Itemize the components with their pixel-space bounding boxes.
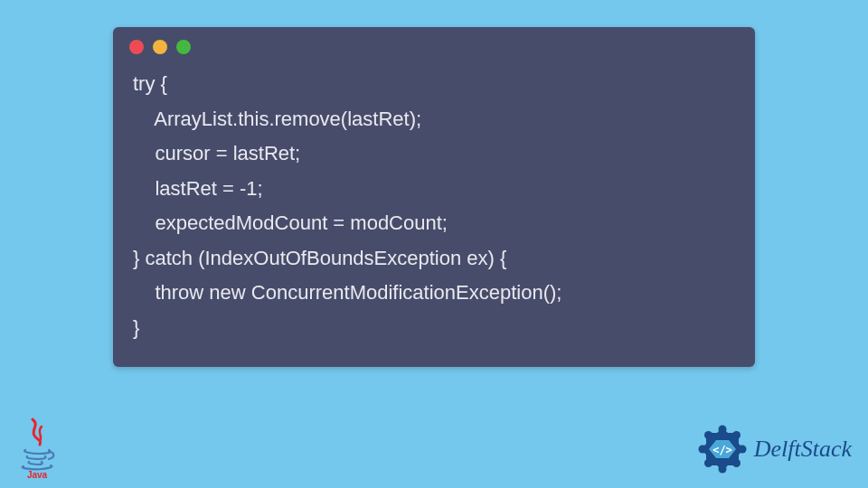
- code-line: expectedModCount = modCount;: [133, 211, 448, 234]
- delftstack-label: DelftStack: [754, 436, 852, 463]
- traffic-light-minimize-icon: [153, 40, 167, 54]
- code-line: cursor = lastRet;: [133, 142, 300, 164]
- delftstack-emblem-icon: </>: [696, 423, 749, 475]
- traffic-light-close-icon: [129, 40, 144, 54]
- code-line: } catch (IndexOutOfBoundsException ex) {: [133, 247, 506, 269]
- java-logo-icon: Java: [14, 416, 60, 479]
- delftstack-logo: </> DelftStack: [696, 423, 852, 475]
- svg-text:</>: </>: [712, 444, 732, 456]
- window-titlebar: [113, 27, 755, 61]
- code-block: try { ArrayList.this.remove(lastRet); cu…: [113, 61, 755, 351]
- code-window: try { ArrayList.this.remove(lastRet); cu…: [113, 27, 755, 367]
- traffic-light-zoom-icon: [176, 40, 191, 54]
- svg-text:Java: Java: [27, 470, 48, 479]
- code-line: lastRet = -1;: [133, 177, 263, 200]
- code-line: throw new ConcurrentModificationExceptio…: [133, 281, 561, 304]
- code-line: ArrayList.this.remove(lastRet);: [133, 108, 421, 130]
- code-line: try {: [133, 72, 167, 95]
- code-line: }: [133, 316, 139, 339]
